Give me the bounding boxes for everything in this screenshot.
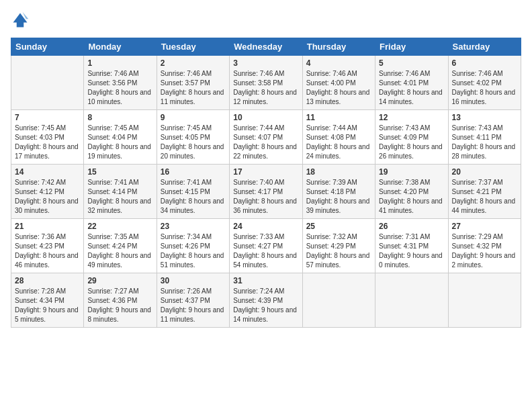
day-info: Sunrise: 7:24 AMSunset: 4:39 PMDaylight:… [233,287,298,324]
day-info: Sunrise: 7:27 AMSunset: 4:36 PMDaylight:… [87,287,152,324]
day-info: Sunrise: 7:46 AMSunset: 3:56 PMDaylight:… [87,69,152,107]
day-info: Sunrise: 7:35 AMSunset: 4:24 PMDaylight:… [87,232,152,270]
day-number: 12 [379,113,444,122]
logo-icon [11,11,30,30]
calendar-cell: 25Sunrise: 7:32 AMSunset: 4:29 PMDayligh… [302,219,375,273]
calendar-cell: 30Sunrise: 7:26 AMSunset: 4:37 PMDayligh… [157,273,229,328]
day-number: 14 [15,167,80,177]
day-info: Sunrise: 7:44 AMSunset: 4:07 PMDaylight:… [233,124,298,161]
day-info: Sunrise: 7:37 AMSunset: 4:21 PMDaylight:… [452,178,517,216]
day-number: 19 [379,167,444,177]
day-number: 11 [306,113,371,122]
calendar-cell: 9Sunrise: 7:45 AMSunset: 4:05 PMDaylight… [157,110,229,165]
day-number: 30 [161,276,226,285]
day-info: Sunrise: 7:46 AMSunset: 3:57 PMDaylight:… [161,69,226,107]
day-info: Sunrise: 7:46 AMSunset: 4:02 PMDaylight:… [452,69,517,107]
calendar-week-row: 14Sunrise: 7:42 AMSunset: 4:12 PMDayligh… [11,165,521,219]
day-number: 25 [306,222,371,231]
calendar-week-row: 1Sunrise: 7:46 AMSunset: 3:56 PMDaylight… [11,56,521,110]
calendar-cell: 29Sunrise: 7:27 AMSunset: 4:36 PMDayligh… [84,273,157,328]
calendar-cell: 7Sunrise: 7:45 AMSunset: 4:03 PMDaylight… [11,110,84,165]
day-number: 4 [306,58,371,68]
calendar-week-row: 7Sunrise: 7:45 AMSunset: 4:03 PMDaylight… [11,110,521,165]
day-info: Sunrise: 7:33 AMSunset: 4:27 PMDaylight:… [233,232,298,270]
calendar-container: SundayMondayTuesdayWednesdayThursdayFrid… [0,0,532,333]
day-info: Sunrise: 7:42 AMSunset: 4:12 PMDaylight:… [15,178,80,216]
day-info: Sunrise: 7:34 AMSunset: 4:26 PMDaylight:… [161,232,226,270]
calendar-cell: 10Sunrise: 7:44 AMSunset: 4:07 PMDayligh… [230,110,302,165]
day-number: 21 [15,222,80,231]
day-info: Sunrise: 7:44 AMSunset: 4:08 PMDaylight:… [306,124,371,161]
calendar-cell: 5Sunrise: 7:46 AMSunset: 4:01 PMDaylight… [375,56,448,110]
calendar-cell: 17Sunrise: 7:40 AMSunset: 4:17 PMDayligh… [230,165,302,219]
calendar-cell: 3Sunrise: 7:46 AMSunset: 3:58 PMDaylight… [230,56,302,110]
day-number: 7 [15,113,80,122]
day-number: 27 [452,222,517,231]
day-number: 15 [87,167,152,177]
day-info: Sunrise: 7:31 AMSunset: 4:31 PMDaylight:… [379,232,444,270]
day-info: Sunrise: 7:43 AMSunset: 4:09 PMDaylight:… [379,124,444,161]
calendar-cell: 2Sunrise: 7:46 AMSunset: 3:57 PMDaylight… [157,56,229,110]
calendar-cell [375,273,448,328]
header [11,11,521,30]
calendar-cell: 28Sunrise: 7:28 AMSunset: 4:34 PMDayligh… [11,273,84,328]
calendar-cell: 16Sunrise: 7:41 AMSunset: 4:15 PMDayligh… [157,165,229,219]
calendar-cell: 27Sunrise: 7:29 AMSunset: 4:32 PMDayligh… [448,219,521,273]
weekday-header-saturday: Saturday [448,38,521,56]
day-number: 9 [161,113,226,122]
day-number: 6 [452,58,517,68]
day-number: 1 [87,58,152,68]
day-info: Sunrise: 7:40 AMSunset: 4:17 PMDaylight:… [233,178,298,216]
day-info: Sunrise: 7:29 AMSunset: 4:32 PMDaylight:… [452,232,517,270]
calendar-cell: 31Sunrise: 7:24 AMSunset: 4:39 PMDayligh… [230,273,302,328]
day-info: Sunrise: 7:46 AMSunset: 3:58 PMDaylight:… [233,69,298,107]
calendar-cell [302,273,375,328]
weekday-header-monday: Monday [84,38,157,56]
calendar-cell: 4Sunrise: 7:46 AMSunset: 4:00 PMDaylight… [302,56,375,110]
day-info: Sunrise: 7:46 AMSunset: 4:01 PMDaylight:… [379,69,444,107]
day-number: 8 [87,113,152,122]
day-number: 24 [233,222,298,231]
day-number: 28 [15,276,80,285]
day-info: Sunrise: 7:28 AMSunset: 4:34 PMDaylight:… [15,287,80,324]
calendar-cell [448,273,521,328]
day-info: Sunrise: 7:41 AMSunset: 4:14 PMDaylight:… [87,178,152,216]
day-number: 16 [161,167,226,177]
day-info: Sunrise: 7:38 AMSunset: 4:20 PMDaylight:… [379,178,444,216]
day-number: 26 [379,222,444,231]
day-info: Sunrise: 7:45 AMSunset: 4:03 PMDaylight:… [15,124,80,161]
day-info: Sunrise: 7:26 AMSunset: 4:37 PMDaylight:… [161,287,226,324]
day-info: Sunrise: 7:41 AMSunset: 4:15 PMDaylight:… [161,178,226,216]
day-number: 10 [233,113,298,122]
day-info: Sunrise: 7:39 AMSunset: 4:18 PMDaylight:… [306,178,371,216]
calendar-cell: 22Sunrise: 7:35 AMSunset: 4:24 PMDayligh… [84,219,157,273]
calendar-cell: 20Sunrise: 7:37 AMSunset: 4:21 PMDayligh… [448,165,521,219]
calendar-cell: 19Sunrise: 7:38 AMSunset: 4:20 PMDayligh… [375,165,448,219]
day-info: Sunrise: 7:43 AMSunset: 4:11 PMDaylight:… [452,124,517,161]
calendar-cell: 26Sunrise: 7:31 AMSunset: 4:31 PMDayligh… [375,219,448,273]
day-number: 22 [87,222,152,231]
calendar-cell: 15Sunrise: 7:41 AMSunset: 4:14 PMDayligh… [84,165,157,219]
day-number: 17 [233,167,298,177]
calendar-cell: 21Sunrise: 7:36 AMSunset: 4:23 PMDayligh… [11,219,84,273]
logo [11,11,32,30]
calendar-week-row: 28Sunrise: 7:28 AMSunset: 4:34 PMDayligh… [11,273,521,328]
calendar-cell: 1Sunrise: 7:46 AMSunset: 3:56 PMDaylight… [84,56,157,110]
day-number: 18 [306,167,371,177]
weekday-header-tuesday: Tuesday [157,38,229,56]
weekday-header-row: SundayMondayTuesdayWednesdayThursdayFrid… [11,38,521,56]
day-number: 23 [161,222,226,231]
calendar-cell [11,56,84,110]
day-number: 5 [379,58,444,68]
calendar-cell: 11Sunrise: 7:44 AMSunset: 4:08 PMDayligh… [302,110,375,165]
day-info: Sunrise: 7:45 AMSunset: 4:04 PMDaylight:… [87,124,152,161]
weekday-header-thursday: Thursday [302,38,375,56]
weekday-header-sunday: Sunday [11,38,84,56]
calendar-table: SundayMondayTuesdayWednesdayThursdayFrid… [11,38,521,328]
calendar-cell: 6Sunrise: 7:46 AMSunset: 4:02 PMDaylight… [448,56,521,110]
calendar-cell: 13Sunrise: 7:43 AMSunset: 4:11 PMDayligh… [448,110,521,165]
day-info: Sunrise: 7:46 AMSunset: 4:00 PMDaylight:… [306,69,371,107]
day-info: Sunrise: 7:36 AMSunset: 4:23 PMDaylight:… [15,232,80,270]
day-number: 3 [233,58,298,68]
day-number: 29 [87,276,152,285]
